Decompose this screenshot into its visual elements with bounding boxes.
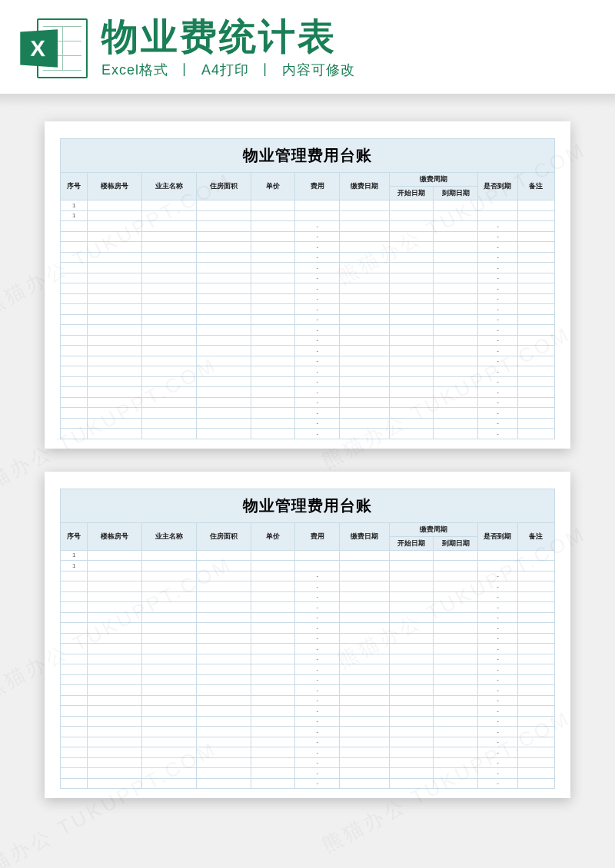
cell-paydate[interactable] xyxy=(340,644,389,654)
cell-seq[interactable] xyxy=(61,314,88,325)
cell-due[interactable] xyxy=(478,550,517,561)
cell-owner[interactable] xyxy=(142,314,197,325)
cell-owner[interactable] xyxy=(142,695,197,706)
cell-end[interactable] xyxy=(434,252,478,263)
cell-paydate[interactable] xyxy=(340,685,389,696)
cell-end[interactable] xyxy=(434,685,478,696)
cell-note[interactable] xyxy=(517,221,554,232)
cell-end[interactable] xyxy=(434,561,478,571)
cell-room[interactable] xyxy=(88,591,142,602)
cell-start[interactable] xyxy=(389,716,434,727)
cell-note[interactable] xyxy=(517,550,554,561)
cell-start[interactable] xyxy=(389,210,434,221)
cell-price[interactable] xyxy=(251,429,295,439)
cell-start[interactable] xyxy=(389,252,434,263)
cell-note[interactable] xyxy=(517,397,554,408)
cell-room[interactable] xyxy=(88,263,142,273)
cell-start[interactable] xyxy=(389,612,434,623)
cell-end[interactable] xyxy=(434,408,478,419)
cell-end[interactable] xyxy=(434,346,478,356)
cell-area[interactable] xyxy=(196,716,251,727)
cell-seq[interactable] xyxy=(61,716,88,727)
cell-due[interactable]: - xyxy=(478,314,517,325)
cell-start[interactable] xyxy=(389,778,434,789)
cell-note[interactable] xyxy=(517,644,554,654)
cell-fee[interactable]: - xyxy=(295,293,340,304)
cell-due[interactable]: - xyxy=(478,376,517,387)
cell-area[interactable] xyxy=(196,571,251,581)
cell-seq[interactable] xyxy=(61,263,88,273)
cell-price[interactable] xyxy=(251,346,295,356)
cell-end[interactable] xyxy=(434,418,478,429)
cell-paydate[interactable] xyxy=(340,768,389,779)
cell-due[interactable]: - xyxy=(478,727,517,737)
cell-start[interactable] xyxy=(389,602,434,613)
cell-fee[interactable]: - xyxy=(295,674,340,685)
cell-price[interactable] xyxy=(251,408,295,419)
cell-area[interactable] xyxy=(196,581,251,592)
cell-end[interactable] xyxy=(434,314,478,325)
cell-room[interactable] xyxy=(88,418,142,429)
cell-due[interactable]: - xyxy=(478,757,517,768)
cell-seq[interactable] xyxy=(61,602,88,613)
cell-end[interactable] xyxy=(434,674,478,685)
cell-paydate[interactable] xyxy=(340,561,389,571)
cell-area[interactable] xyxy=(196,757,251,768)
cell-note[interactable] xyxy=(517,335,554,346)
cell-seq[interactable] xyxy=(61,633,88,644)
cell-room[interactable] xyxy=(88,737,142,747)
cell-end[interactable] xyxy=(434,397,478,408)
cell-owner[interactable] xyxy=(142,231,197,242)
cell-end[interactable] xyxy=(434,695,478,706)
cell-room[interactable] xyxy=(88,706,142,717)
cell-owner[interactable] xyxy=(142,376,197,387)
cell-paydate[interactable] xyxy=(340,571,389,581)
cell-end[interactable] xyxy=(434,591,478,602)
cell-price[interactable] xyxy=(251,664,295,675)
cell-due[interactable]: - xyxy=(478,273,517,283)
cell-price[interactable] xyxy=(251,325,295,336)
cell-paydate[interactable] xyxy=(340,210,389,221)
cell-fee[interactable]: - xyxy=(295,591,340,602)
cell-start[interactable] xyxy=(389,623,434,634)
cell-price[interactable] xyxy=(251,685,295,696)
cell-seq[interactable]: 1 xyxy=(61,210,88,221)
cell-room[interactable] xyxy=(88,747,142,758)
cell-seq[interactable] xyxy=(61,242,88,253)
cell-paydate[interactable] xyxy=(340,346,389,356)
cell-owner[interactable] xyxy=(142,768,197,779)
cell-seq[interactable] xyxy=(61,778,88,789)
cell-due[interactable]: - xyxy=(478,706,517,717)
cell-seq[interactable]: 1 xyxy=(61,561,88,571)
cell-end[interactable] xyxy=(434,654,478,664)
cell-fee[interactable] xyxy=(295,550,340,561)
cell-paydate[interactable] xyxy=(340,654,389,664)
cell-price[interactable] xyxy=(251,210,295,221)
cell-seq[interactable] xyxy=(61,252,88,263)
cell-area[interactable] xyxy=(196,737,251,747)
cell-due[interactable]: - xyxy=(478,387,517,398)
cell-price[interactable] xyxy=(251,695,295,706)
cell-owner[interactable] xyxy=(142,664,197,675)
cell-area[interactable] xyxy=(196,408,251,419)
cell-seq[interactable] xyxy=(61,283,88,294)
cell-room[interactable] xyxy=(88,273,142,283)
cell-room[interactable] xyxy=(88,231,142,242)
cell-area[interactable] xyxy=(196,695,251,706)
cell-end[interactable] xyxy=(434,293,478,304)
cell-fee[interactable]: - xyxy=(295,685,340,696)
cell-note[interactable] xyxy=(517,757,554,768)
cell-paydate[interactable] xyxy=(340,716,389,727)
cell-seq[interactable] xyxy=(61,293,88,304)
cell-room[interactable] xyxy=(88,623,142,634)
cell-due[interactable]: - xyxy=(478,397,517,408)
cell-due[interactable]: - xyxy=(478,612,517,623)
cell-paydate[interactable] xyxy=(340,550,389,561)
cell-end[interactable] xyxy=(434,602,478,613)
cell-area[interactable] xyxy=(196,376,251,387)
cell-note[interactable] xyxy=(517,768,554,779)
cell-room[interactable] xyxy=(88,397,142,408)
cell-note[interactable] xyxy=(517,210,554,221)
cell-start[interactable] xyxy=(389,550,434,561)
cell-end[interactable] xyxy=(434,283,478,294)
